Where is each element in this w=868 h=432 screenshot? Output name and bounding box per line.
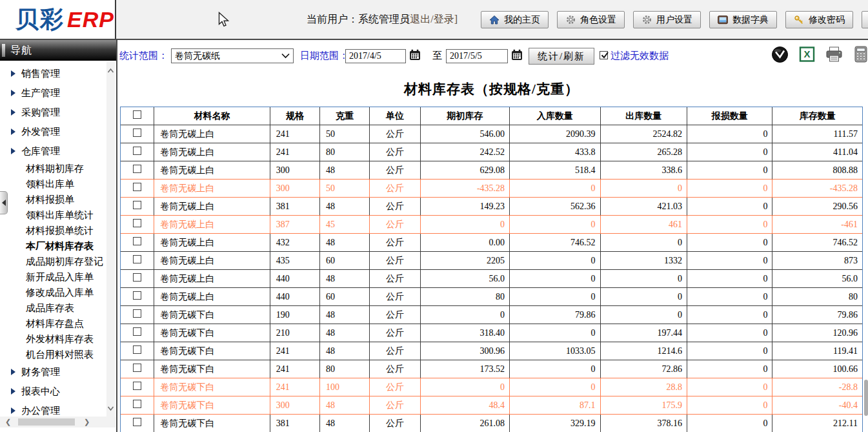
- print-icon[interactable]: [825, 45, 843, 63]
- seal-icon[interactable]: [771, 45, 789, 63]
- window-scrollbar-thumb[interactable]: [864, 380, 868, 416]
- cell-unit: 公斤: [370, 415, 420, 432]
- row-checkbox[interactable]: [133, 147, 141, 155]
- filter-invalid-label[interactable]: 过滤无效数据: [611, 50, 669, 62]
- row-checkbox[interactable]: [133, 345, 141, 354]
- cell-unit: 公斤: [370, 378, 420, 396]
- row-checkbox[interactable]: [133, 382, 141, 390]
- key-icon: [794, 15, 804, 25]
- scroll-right-icon[interactable]: ❯: [84, 418, 90, 426]
- column-header-out-qty: 出库数量: [601, 107, 687, 125]
- help-button[interactable]: ?帮助: [862, 11, 868, 28]
- row-checkbox[interactable]: [133, 309, 141, 318]
- cell-unit: 公斤: [370, 234, 420, 252]
- sidebar-item[interactable]: 报表中心: [0, 382, 107, 401]
- collapse-arrow-icon: [2, 200, 6, 206]
- sidebar-item-active[interactable]: 本厂材料库存表: [0, 238, 107, 254]
- sidebar-item[interactable]: 采购管理: [0, 103, 107, 122]
- scroll-up-icon[interactable]: [107, 65, 114, 76]
- cell-in-qty: 0: [510, 216, 600, 234]
- row-checkbox[interactable]: [133, 291, 141, 300]
- cell-material-name: 卷筒无碳上白: [154, 234, 270, 252]
- row-checkbox-cell: [121, 396, 154, 415]
- erp-app-window: 贝彩 ERP 当前用户：系统管理员 [退出/登录] 我的主页角色设置用户设置数据…: [0, 0, 868, 432]
- sidebar-item[interactable]: 材料报损单统计: [0, 223, 107, 238]
- sidebar-item[interactable]: 外发管理: [0, 122, 107, 141]
- role-settings-button[interactable]: 角色设置: [557, 11, 625, 28]
- sidebar-item[interactable]: 新开成品入库单: [0, 269, 107, 285]
- cell-in-qty: 433.8: [510, 143, 600, 161]
- cell-material-name: 卷筒无碳下白: [154, 306, 270, 324]
- cell-spec: 241: [270, 360, 320, 378]
- sidebar-item[interactable]: 材料期初库存: [0, 161, 107, 176]
- sidebar-collapse-handle[interactable]: [0, 191, 8, 214]
- sidebar-item[interactable]: 领料出库单: [0, 176, 107, 192]
- sidebar-item[interactable]: 机台用料对照表: [0, 347, 107, 362]
- filter-invalid-checkbox[interactable]: [600, 51, 608, 59]
- top-header: 贝彩 ERP 当前用户：系统管理员 [退出/登录] 我的主页角色设置用户设置数据…: [0, 0, 868, 40]
- my-home-button[interactable]: 我的主页: [481, 11, 549, 28]
- sidebar-item[interactable]: 外发材料库存表: [0, 331, 107, 347]
- cell-unit: 公斤: [370, 306, 420, 324]
- sidebar-item-label: 材料报损单统计: [26, 225, 94, 237]
- sidebar-item[interactable]: 财务管理: [0, 362, 107, 382]
- select-all-checkbox[interactable]: [133, 110, 141, 119]
- data-dictionary-button[interactable]: 数据字典: [709, 11, 777, 28]
- date-from-input[interactable]: 2017/4/5: [345, 49, 406, 63]
- cell-stock-qty: 290.56: [772, 198, 862, 216]
- table-row: 卷筒无碳上白43248公斤0.00746.5200746.52: [121, 234, 862, 252]
- sidebar-item[interactable]: 销售管理: [0, 64, 107, 83]
- row-checkbox[interactable]: [133, 201, 141, 209]
- sidebar-title: 导航: [10, 44, 32, 57]
- logout-login-link[interactable]: [退出/登录]: [407, 0, 458, 39]
- change-password-button[interactable]: 修改密码: [785, 11, 853, 28]
- cell-material-name: 卷筒无碳上白: [154, 180, 270, 198]
- column-header-stock-qty: 库存数量: [772, 107, 862, 125]
- row-checkbox[interactable]: [133, 400, 141, 408]
- sidebar-item[interactable]: 生产管理: [0, 83, 107, 103]
- table-row: 卷筒无碳下白38148公斤261.08329.19378.160212.11: [121, 415, 862, 432]
- scope-select[interactable]: 卷筒无碳纸: [171, 48, 294, 63]
- scroll-down-icon[interactable]: [107, 402, 114, 414]
- sidebar-horizontal-scrollbar[interactable]: ❮ ❯: [0, 417, 116, 427]
- row-checkbox[interactable]: [133, 364, 141, 372]
- sidebar-item[interactable]: 仓库管理: [0, 141, 107, 161]
- calculator-icon[interactable]: [852, 45, 868, 63]
- row-checkbox[interactable]: [133, 129, 141, 137]
- sidebar-vertical-scrollbar[interactable]: [106, 62, 115, 417]
- sidebar-item-label: 材料期初库存: [26, 163, 84, 175]
- cell-stock-qty: 873: [772, 252, 862, 270]
- date-to-input[interactable]: 2017/5/5: [446, 49, 508, 63]
- calendar-icon[interactable]: [511, 49, 523, 61]
- row-checkbox[interactable]: [133, 327, 141, 336]
- refresh-button[interactable]: 统计/刷新: [529, 48, 594, 65]
- cell-weight: 48: [320, 306, 370, 324]
- sidebar-item[interactable]: 材料库存盘点: [0, 316, 107, 331]
- row-checkbox-cell: [121, 360, 154, 378]
- row-checkbox-cell: [121, 342, 154, 360]
- calendar-icon[interactable]: [409, 49, 421, 61]
- row-checkbox[interactable]: [133, 418, 141, 426]
- row-checkbox[interactable]: [133, 255, 141, 263]
- row-checkbox[interactable]: [133, 165, 141, 173]
- sidebar-item[interactable]: 成品期初库存登记: [0, 254, 107, 269]
- sidebar-item[interactable]: 成品库存表: [0, 300, 107, 316]
- cell-material-name: 卷筒无碳上白: [154, 216, 270, 234]
- sidebar-item[interactable]: 领料出库单统计: [0, 207, 107, 223]
- row-checkbox[interactable]: [133, 219, 141, 227]
- cell-opening-stock: 629.08: [421, 161, 510, 180]
- row-checkbox[interactable]: [133, 237, 141, 245]
- cell-weight: 50: [320, 180, 370, 198]
- scrollbar-thumb[interactable]: [18, 418, 75, 426]
- user-settings-button[interactable]: 用户设置: [633, 11, 701, 28]
- scroll-left-icon[interactable]: ❮: [5, 418, 11, 426]
- sidebar-item[interactable]: 修改成品入库单: [0, 285, 107, 300]
- row-checkbox[interactable]: [133, 273, 141, 282]
- cell-in-qty: 0: [510, 324, 600, 342]
- expand-triangle-icon: [11, 369, 15, 375]
- sidebar-item[interactable]: 材料报损单: [0, 192, 107, 207]
- cell-spec: 300: [270, 180, 320, 198]
- cell-loss-qty: 0: [687, 415, 772, 432]
- excel-export-icon[interactable]: X: [798, 45, 816, 63]
- row-checkbox[interactable]: [133, 183, 141, 191]
